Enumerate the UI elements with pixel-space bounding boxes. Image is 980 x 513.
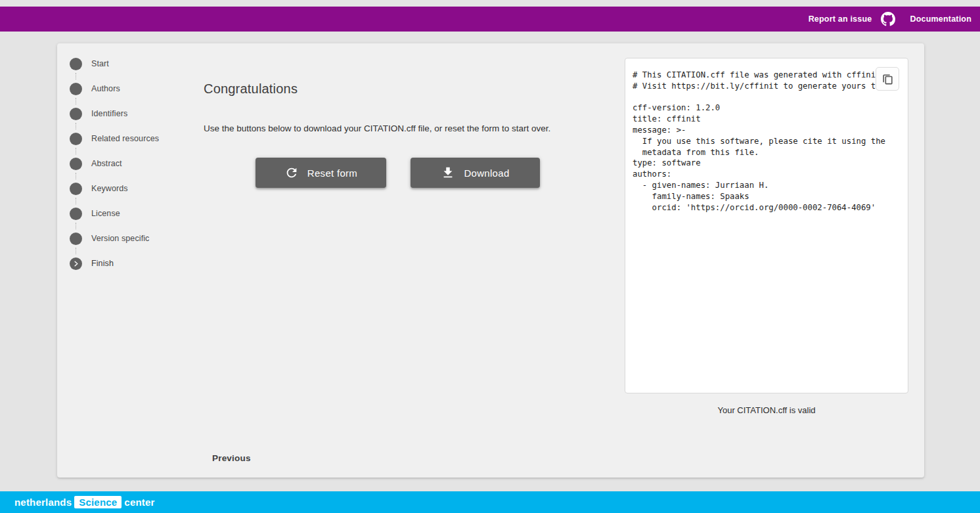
main-card: Start Authors Identifiers Related resour…: [57, 43, 924, 478]
stepper-step-related-resources[interactable]: Related resources: [70, 126, 179, 151]
stepper-step-finish[interactable]: Finish: [70, 251, 179, 276]
stepper-step-start[interactable]: Start: [70, 51, 179, 76]
step-circle-icon: [70, 183, 82, 195]
citation-code: # This CITATION.cff file was generated w…: [625, 58, 908, 393]
stepper-step-version-specific[interactable]: Version specific: [70, 226, 179, 251]
brand-prefix: netherlands: [14, 497, 72, 508]
copy-icon: [881, 73, 894, 85]
action-buttons: Reset form Download: [256, 158, 540, 188]
step-circle-icon: [70, 257, 82, 270]
step-label: Keywords: [91, 184, 128, 193]
step-circle-icon: [70, 208, 82, 220]
step-label: Related resources: [91, 134, 159, 143]
step-circle-icon: [70, 108, 82, 120]
step-label: Authors: [91, 84, 120, 93]
citation-preview-panel: # This CITATION.cff file was generated w…: [625, 58, 908, 393]
brand-suffix: center: [124, 497, 154, 508]
stepper-step-license[interactable]: License: [70, 201, 179, 226]
stepper-step-identifiers[interactable]: Identifiers: [70, 101, 179, 126]
step-circle-icon: [70, 233, 82, 245]
stepper-step-keywords[interactable]: Keywords: [70, 176, 179, 201]
page-title: Congratulations: [204, 81, 298, 97]
documentation-link[interactable]: Documentation: [910, 14, 971, 24]
step-label: Abstract: [91, 159, 122, 168]
github-icon[interactable]: [881, 12, 895, 26]
escience-center-logo: netherlands Science center: [14, 496, 155, 508]
report-issue-link[interactable]: Report an issue: [809, 14, 872, 24]
step-label: Version specific: [91, 234, 149, 243]
step-circle-icon: [70, 83, 82, 95]
download-button[interactable]: Download: [411, 158, 540, 188]
step-circle-icon: [70, 133, 82, 145]
brand-highlight: Science: [74, 496, 122, 508]
instruction-text: Use the buttons below to download your C…: [204, 123, 550, 133]
refresh-icon: [284, 166, 299, 180]
chevron-right-icon: [72, 260, 79, 267]
step-label: Finish: [91, 259, 114, 268]
download-icon: [441, 166, 455, 180]
copy-button[interactable]: [876, 67, 899, 91]
step-label: Start: [91, 59, 109, 68]
stepper-step-abstract[interactable]: Abstract: [70, 151, 179, 176]
reset-form-label: Reset form: [307, 167, 357, 179]
step-circle-icon: [70, 58, 82, 70]
footer-bar: netherlands Science center: [0, 491, 980, 513]
step-circle-icon: [70, 158, 82, 170]
top-toolbar: Report an issue Documentation: [0, 7, 980, 32]
stepper: Start Authors Identifiers Related resour…: [70, 51, 179, 276]
reset-form-button[interactable]: Reset form: [256, 158, 386, 188]
validity-status: Your CITATION.cff is valid: [625, 405, 908, 415]
stepper-step-authors[interactable]: Authors: [70, 76, 179, 101]
download-label: Download: [464, 167, 509, 179]
previous-button[interactable]: Previous: [207, 449, 256, 468]
step-label: License: [91, 209, 120, 218]
step-label: Identifiers: [91, 109, 127, 118]
